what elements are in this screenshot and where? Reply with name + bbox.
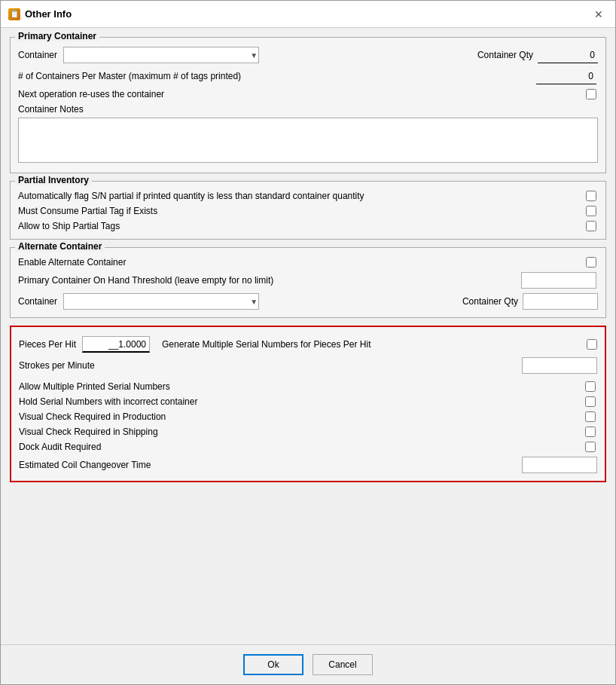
alternate-container-section: Alternate Container Enable Alternate Con… bbox=[10, 247, 606, 318]
container-notes-label: Container Notes bbox=[18, 104, 84, 115]
strokes-row: Strokes per Minute bbox=[19, 357, 597, 374]
allow-ship-label: Allow to Ship Partial Tags bbox=[18, 221, 120, 231]
primary-container-title: Primary Container bbox=[15, 31, 99, 41]
estimated-coil-input[interactable] bbox=[522, 457, 597, 473]
visual-check-shipping-checkbox-wrapper bbox=[585, 427, 596, 437]
container-row: Container ▼ Container Qty bbox=[18, 47, 598, 63]
enable-alt-checkbox-wrapper bbox=[586, 257, 596, 268]
hold-serial-row: Hold Serial Numbers with incorrect conta… bbox=[19, 396, 597, 407]
alt-container-select[interactable] bbox=[63, 293, 259, 310]
container-qty-input[interactable] bbox=[538, 47, 598, 63]
strokes-label: Strokes per Minute bbox=[19, 360, 95, 371]
alt-container-qty-label: Container Qty bbox=[462, 296, 518, 307]
next-operation-label: Next operation re-uses the container bbox=[18, 89, 164, 99]
container-select[interactable] bbox=[63, 47, 259, 63]
partial-inventory-section: Partial Inventory Automatically flag S/N… bbox=[10, 181, 606, 240]
enable-alt-label: Enable Alternate Container bbox=[18, 257, 126, 268]
primary-container-section: Primary Container Container ▼ Container … bbox=[10, 37, 606, 173]
enable-alt-row: Enable Alternate Container bbox=[18, 257, 598, 268]
dock-audit-row: Dock Audit Required bbox=[19, 442, 597, 452]
generate-serial-label: Generate Multiple Serial Numbers for Pie… bbox=[162, 339, 581, 350]
must-consume-checkbox-wrapper bbox=[586, 206, 596, 216]
allow-multiple-label: Allow Multiple Printed Serial Numbers bbox=[19, 381, 170, 392]
container-qty-group: Container Qty bbox=[477, 47, 598, 63]
dialog-content: Primary Container Container ▼ Container … bbox=[1, 28, 615, 644]
generate-serial-checkbox[interactable] bbox=[587, 339, 597, 350]
must-consume-label: Must Consume Partial Tag if Exists bbox=[18, 206, 157, 216]
dock-audit-label: Dock Audit Required bbox=[19, 442, 101, 452]
alt-container-qty-input[interactable] bbox=[523, 293, 598, 310]
next-operation-checkbox-wrapper bbox=[586, 89, 596, 99]
containers-per-master-label: # of Containers Per Master (maximum # of… bbox=[18, 71, 241, 81]
ok-button[interactable]: Ok bbox=[243, 654, 303, 675]
threshold-row: Primary Container On Hand Threshold (lea… bbox=[18, 272, 598, 289]
alt-container-select-wrapper: ▼ bbox=[63, 293, 259, 310]
visual-check-production-label: Visual Check Required in Production bbox=[19, 411, 166, 422]
containers-per-master-input[interactable] bbox=[536, 68, 596, 84]
title-bar: 📋 Other Info ✕ bbox=[1, 1, 615, 28]
must-consume-row: Must Consume Partial Tag if Exists bbox=[18, 206, 598, 216]
container-qty-label: Container Qty bbox=[477, 50, 533, 60]
title-bar-left: 📋 Other Info bbox=[8, 8, 72, 20]
enable-alt-checkbox[interactable] bbox=[586, 257, 596, 268]
dock-audit-checkbox[interactable] bbox=[585, 442, 596, 452]
container-notes-group: Container Notes bbox=[18, 104, 598, 165]
visual-check-production-row: Visual Check Required in Production bbox=[19, 411, 597, 422]
hold-serial-label: Hold Serial Numbers with incorrect conta… bbox=[19, 396, 197, 407]
dock-audit-checkbox-wrapper bbox=[585, 442, 596, 452]
next-operation-row: Next operation re-uses the container bbox=[18, 89, 598, 99]
container-label: Container bbox=[18, 50, 57, 60]
pieces-per-hit-label: Pieces Per Hit bbox=[19, 339, 76, 350]
app-icon: 📋 bbox=[8, 8, 20, 20]
visual-check-shipping-checkbox[interactable] bbox=[585, 427, 596, 437]
close-button[interactable]: ✕ bbox=[590, 5, 608, 23]
partial-inventory-title: Partial Inventory bbox=[15, 175, 92, 185]
alt-container-label: Container bbox=[18, 296, 57, 307]
estimated-coil-row: Estimated Coil Changeover Time bbox=[19, 457, 597, 473]
auto-flag-label: Automatically flag S/N partial if printe… bbox=[18, 191, 364, 201]
cancel-button[interactable]: Cancel bbox=[313, 654, 373, 675]
dialog-title: Other Info bbox=[25, 8, 72, 20]
visual-check-production-checkbox-wrapper bbox=[585, 411, 596, 422]
strokes-input[interactable] bbox=[522, 357, 597, 374]
auto-flag-checkbox-wrapper bbox=[586, 191, 596, 201]
allow-multiple-row: Allow Multiple Printed Serial Numbers bbox=[19, 381, 597, 392]
generate-serial-checkbox-wrapper bbox=[587, 339, 597, 350]
hold-serial-checkbox[interactable] bbox=[585, 396, 596, 407]
hold-serial-checkbox-wrapper bbox=[585, 396, 596, 407]
dialog: 📋 Other Info ✕ Primary Container Contain… bbox=[0, 0, 616, 685]
allow-ship-checkbox-wrapper bbox=[586, 221, 596, 231]
visual-check-production-checkbox[interactable] bbox=[585, 411, 596, 422]
next-operation-checkbox[interactable] bbox=[586, 89, 596, 99]
allow-ship-row: Allow to Ship Partial Tags bbox=[18, 221, 598, 231]
containers-per-master-row: # of Containers Per Master (maximum # of… bbox=[18, 68, 598, 84]
visual-check-shipping-label: Visual Check Required in Shipping bbox=[19, 427, 158, 437]
allow-multiple-checkbox[interactable] bbox=[585, 381, 596, 392]
production-section: Pieces Per Hit Generate Multiple Serial … bbox=[10, 326, 606, 482]
alternate-container-title: Alternate Container bbox=[15, 241, 105, 252]
threshold-input[interactable] bbox=[521, 272, 596, 289]
estimated-coil-label: Estimated Coil Changeover Time bbox=[19, 460, 151, 470]
alt-container-row: Container ▼ Container Qty bbox=[18, 293, 598, 310]
container-notes-textarea[interactable] bbox=[18, 118, 598, 163]
threshold-label: Primary Container On Hand Threshold (lea… bbox=[18, 275, 273, 286]
allow-multiple-checkbox-wrapper bbox=[585, 381, 596, 392]
container-select-wrapper: ▼ bbox=[63, 47, 259, 63]
auto-flag-row: Automatically flag S/N partial if printe… bbox=[18, 191, 598, 201]
visual-check-shipping-row: Visual Check Required in Shipping bbox=[19, 427, 597, 437]
dialog-footer: Ok Cancel bbox=[1, 644, 615, 684]
alt-container-qty-group: Container Qty bbox=[462, 293, 598, 310]
must-consume-checkbox[interactable] bbox=[586, 206, 596, 216]
pieces-per-hit-row: Pieces Per Hit Generate Multiple Serial … bbox=[19, 336, 597, 353]
pieces-per-hit-input[interactable] bbox=[82, 336, 150, 353]
allow-ship-checkbox[interactable] bbox=[586, 221, 596, 231]
auto-flag-checkbox[interactable] bbox=[586, 191, 596, 201]
